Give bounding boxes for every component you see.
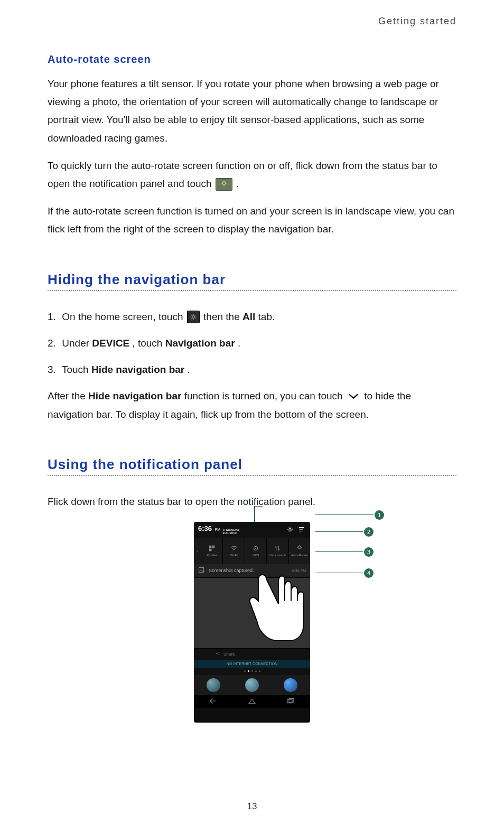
image-icon — [198, 567, 204, 574]
gear-icon — [287, 526, 293, 534]
page-number: 13 — [0, 801, 504, 812]
phone-body-area: Share NO INTERNET CONNECTION — [194, 578, 310, 668]
divider — [48, 475, 456, 476]
text: then the — [203, 311, 242, 322]
settings-icon — [187, 311, 200, 323]
step-number: 1. — [48, 308, 59, 326]
page-section-header: Getting started — [48, 16, 456, 27]
callout-4: 4 — [364, 568, 374, 578]
clear-icon — [298, 527, 306, 533]
heading-hiding-nav: Hiding the navigation bar — [48, 272, 456, 288]
text: To quickly turn the auto-rotate screen f… — [48, 160, 437, 189]
auto-rotate-paragraph-1: Your phone features a tilt sensor. If yo… — [48, 75, 456, 147]
text-bold: Navigation bar — [165, 338, 235, 349]
text-bold: Hide navigation bar — [91, 364, 184, 375]
toggle-data: Data switch — [267, 538, 288, 564]
dock-browser-icon — [284, 678, 297, 692]
toggle-wifi: Wi-Fi — [223, 538, 245, 564]
svg-point-12 — [219, 652, 220, 653]
home-icon — [247, 697, 257, 706]
toggle-auto-rotate: Auto-Rotate — [289, 538, 310, 564]
svg-point-0 — [192, 316, 194, 319]
svg-point-4 — [289, 528, 291, 530]
callout-2: 2 — [364, 527, 374, 537]
svg-point-11 — [216, 653, 217, 654]
phone-status-bar: 6:36 PM THURSDAY 2/21/2013 — [194, 522, 310, 538]
svg-rect-7 — [209, 549, 212, 551]
dock-contacts-icon — [245, 678, 259, 692]
callout-1: 1 — [375, 510, 384, 520]
step-number: 2. — [48, 334, 59, 352]
notification-time: 6:36 PM — [292, 569, 306, 573]
heading-auto-rotate: Auto-rotate screen — [48, 53, 456, 65]
notification-text: Screenshot captured. — [209, 568, 292, 573]
back-icon — [209, 697, 218, 706]
phone-nav-bar — [194, 695, 310, 708]
text: tab. — [258, 311, 275, 322]
text-bold: Hide navigation bar — [88, 390, 181, 401]
divider — [48, 290, 456, 291]
svg-rect-5 — [209, 546, 212, 548]
text: Under — [62, 338, 92, 349]
svg-point-9 — [255, 548, 256, 549]
chevron-down-icon — [348, 388, 359, 406]
text: After the — [48, 390, 88, 401]
phone-date: 2/21/2013 — [222, 531, 240, 535]
phone-share-row: Share — [194, 648, 310, 660]
text: , touch — [132, 338, 165, 349]
auto-rotate-toggle-icon — [216, 178, 232, 191]
phone-illustration: 6:36 PM THURSDAY 2/21/2013 ‹ Profiles W — [48, 522, 456, 733]
heading-notification-panel: Using the notification panel — [48, 456, 456, 473]
phone-notification-row: Screenshot captured. 6:36 PM — [194, 564, 310, 578]
phone-page-indicator — [194, 668, 310, 675]
auto-rotate-paragraph-3: If the auto-rotate screen function is tu… — [48, 202, 456, 238]
svg-point-13 — [219, 654, 220, 656]
text: . — [236, 178, 239, 189]
toggle-gps: GPS — [245, 538, 267, 564]
step-2: 2. Under DEVICE , touch Navigation bar . — [48, 334, 456, 352]
text: . — [188, 364, 190, 375]
callout-3: 3 — [364, 547, 374, 557]
phone-mock: 6:36 PM THURSDAY 2/21/2013 ‹ Profiles W — [194, 522, 310, 723]
toggle-scroll-left-icon: ‹ — [194, 538, 201, 564]
step-3: 3. Touch Hide navigation bar . — [48, 361, 456, 379]
phone-time: 6:36 PM — [198, 525, 220, 532]
share-icon — [215, 651, 220, 657]
auto-rotate-paragraph-2: To quickly turn the auto-rotate screen f… — [48, 157, 456, 193]
text: On the home screen, touch — [62, 311, 185, 322]
after-paragraph: After the Hide navigation bar function i… — [48, 387, 456, 424]
step-1: 1. On the home screen, touch then the Al… — [48, 308, 456, 326]
text: function is turned on, you can touch — [184, 390, 346, 401]
phone-quick-toggles: ‹ Profiles Wi-Fi GPS Data switch Auto-Ro… — [194, 538, 310, 564]
step-number: 3. — [48, 361, 59, 379]
svg-rect-6 — [212, 546, 215, 548]
phone-dock — [194, 675, 310, 695]
toggle-profiles: Profiles — [201, 538, 223, 564]
recent-icon — [286, 697, 295, 706]
text-bold: DEVICE — [92, 338, 129, 349]
dock-phone-icon — [207, 678, 220, 692]
text: . — [238, 338, 240, 349]
text-bold: All — [242, 311, 255, 322]
text: Touch — [62, 364, 91, 375]
phone-no-internet: NO INTERNET CONNECTION — [194, 660, 310, 668]
